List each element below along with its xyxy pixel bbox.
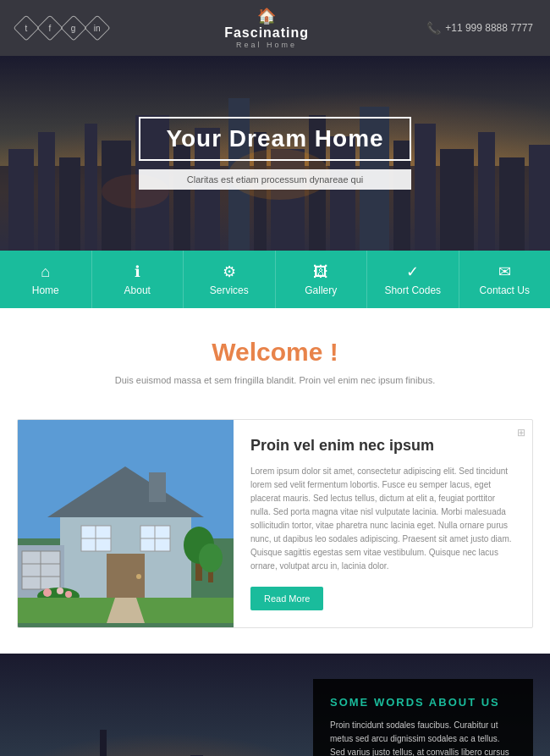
- svg-rect-1: [8, 149, 34, 251]
- linkedin-icon[interactable]: in: [84, 14, 110, 41]
- facebook-icon[interactable]: f: [36, 14, 63, 41]
- hero-title-box: Your Dream Home: [139, 117, 410, 161]
- svg-rect-56: [100, 730, 107, 756]
- content-card: ⊞ Proin vel enim nec ipsum Lorem ipsum d…: [17, 419, 533, 628]
- expand-icon: ⊞: [517, 427, 525, 439]
- nav-item-services[interactable]: ⚙ Services: [184, 251, 276, 308]
- hero-title: Your Dream Home: [166, 125, 383, 152]
- svg-point-35: [136, 574, 141, 579]
- nav-label-services: Services: [210, 284, 249, 296]
- logo: 🏠 Fascinating Real Home: [224, 7, 309, 49]
- content-section: ⊞ Proin vel enim nec ipsum Lorem ipsum d…: [0, 402, 550, 654]
- welcome-subtitle: Duis euismod massa et sem fringilla blan…: [17, 375, 533, 385]
- svg-rect-18: [478, 132, 495, 251]
- nav-item-home[interactable]: ⌂ Home: [0, 251, 92, 308]
- svg-rect-2: [38, 132, 55, 251]
- svg-rect-16: [415, 124, 436, 251]
- hero-content: Your Dream Home Claritas est etiam proce…: [139, 117, 410, 190]
- svg-rect-19: [499, 157, 525, 251]
- google-icon[interactable]: g: [60, 14, 86, 41]
- about-icon: ℹ: [135, 262, 140, 281]
- about-box: SOME WORDS ABOUT US Proin tincidunt soda…: [313, 679, 533, 756]
- nav-item-contact[interactable]: ✉ Contact Us: [459, 251, 551, 308]
- shortcodes-icon: ✓: [406, 262, 419, 281]
- nav-item-about[interactable]: ℹ About: [92, 251, 184, 308]
- svg-rect-17: [440, 149, 474, 251]
- about-section: SOME WORDS ABOUT US Proin tincidunt soda…: [0, 654, 550, 756]
- home-icon: ⌂: [41, 263, 50, 281]
- nav-item-gallery[interactable]: 🖼 Gallery: [276, 251, 368, 308]
- nav-label-contact: Contact Us: [480, 284, 530, 296]
- nav-label-shortcodes: Short Codes: [384, 284, 441, 296]
- house-illustration: [18, 420, 234, 623]
- about-text: Proin tincidunt sodales faucibus. Curabi…: [330, 719, 516, 756]
- svg-rect-3: [59, 157, 80, 251]
- hero-section: Your Dream Home Claritas est etiam proce…: [0, 56, 550, 251]
- svg-point-47: [57, 588, 63, 594]
- house-image: [18, 420, 234, 627]
- svg-point-48: [65, 591, 72, 598]
- svg-rect-20: [529, 145, 550, 251]
- svg-rect-27: [149, 472, 166, 502]
- services-icon: ⚙: [223, 262, 236, 281]
- nav-label-gallery: Gallery: [305, 284, 337, 296]
- contact-icon: ✉: [498, 262, 511, 281]
- svg-point-46: [43, 588, 52, 597]
- about-title: SOME WORDS ABOUT US: [330, 696, 516, 709]
- phone-number: 📞 +11 999 8888 7777: [426, 21, 533, 35]
- logo-text: Fascinating: [224, 25, 309, 41]
- gallery-icon: 🖼: [313, 263, 328, 281]
- svg-rect-4: [85, 124, 97, 251]
- social-icons: t f g in: [17, 19, 107, 37]
- logo-icon: 🏠: [224, 7, 309, 25]
- read-more-button[interactable]: Read More: [250, 587, 323, 610]
- svg-point-44: [199, 544, 223, 572]
- nav-label-home: Home: [32, 284, 59, 296]
- welcome-section: Welcome ! Duis euismod massa et sem frin…: [0, 308, 550, 402]
- card-body: Lorem ipsum dolor sit amet, consectetur …: [250, 465, 515, 573]
- welcome-title: Welcome !: [17, 338, 533, 367]
- header: t f g in 🏠 Fascinating Real Home 📞 +11 9…: [0, 0, 550, 56]
- card-text: ⊞ Proin vel enim nec ipsum Lorem ipsum d…: [234, 420, 532, 627]
- hero-subtitle-box: Claritas est etiam processum dynareae qu…: [139, 169, 410, 190]
- main-nav: ⌂ Home ℹ About ⚙ Services 🖼 Gallery ✓ Sh…: [0, 251, 550, 308]
- logo-sub: Real Home: [224, 41, 309, 49]
- card-heading: Proin vel enim nec ipsum: [250, 437, 515, 455]
- phone-icon: 📞: [426, 21, 441, 35]
- hero-subtitle: Claritas est etiam processum dynareae qu…: [173, 174, 377, 185]
- twitter-icon[interactable]: t: [13, 14, 39, 41]
- nav-item-shortcodes[interactable]: ✓ Short Codes: [367, 251, 459, 308]
- nav-label-about: About: [124, 284, 151, 296]
